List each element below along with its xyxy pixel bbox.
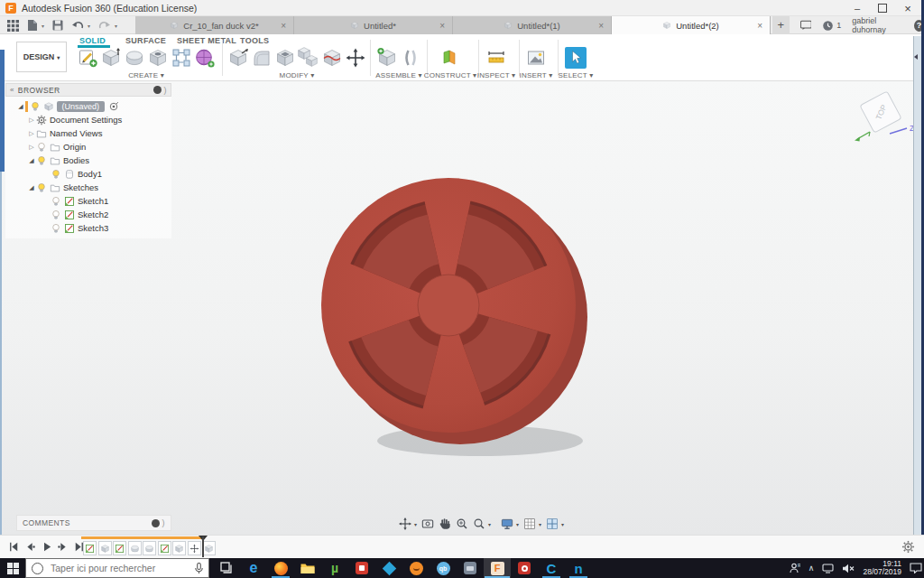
- orbit-caret[interactable]: ▾: [414, 521, 417, 527]
- timeline-marker-line[interactable]: [202, 536, 204, 557]
- tree-row-sketch1[interactable]: Sketch1: [5, 194, 171, 208]
- timeline-go-to-start-icon[interactable]: [7, 540, 21, 554]
- tree-row-origin[interactable]: ▷ Origin: [5, 140, 171, 154]
- people-tray-icon[interactable]: R: [790, 563, 800, 573]
- tree-row-sketch2[interactable]: Sketch2: [5, 208, 171, 221]
- expander-closed-icon[interactable]: ▷: [27, 130, 36, 137]
- visibility-bulb-on-icon[interactable]: [30, 101, 41, 112]
- activate-component-icon[interactable]: [108, 101, 119, 112]
- timeline-step-forward-icon[interactable]: [56, 540, 69, 554]
- file-menu-caret[interactable]: ▾: [42, 23, 44, 29]
- root-document-label[interactable]: (Unsaved): [57, 101, 106, 112]
- taskbar-app-firefox[interactable]: [267, 558, 294, 578]
- taskbar-app-qbittorrent[interactable]: qb: [430, 558, 457, 578]
- collapse-panel-icon[interactable]: «: [10, 86, 14, 94]
- save-icon[interactable]: [52, 20, 63, 31]
- timeline-feature-extrude[interactable]: [202, 541, 216, 555]
- panel-expand-arrow-icon[interactable]: [914, 54, 918, 60]
- taskbar-app-file-explorer[interactable]: [294, 558, 321, 578]
- new-component-icon[interactable]: [376, 47, 398, 69]
- viewport-canvas[interactable]: TOP Z « BROWSER ) ◢ (Unsave: [0, 81, 924, 535]
- expander-closed-icon[interactable]: ▷: [27, 144, 36, 151]
- job-status[interactable]: 1: [822, 20, 841, 32]
- display-settings-caret[interactable]: ▾: [516, 521, 519, 527]
- timeline-settings-gear-icon[interactable]: [901, 540, 915, 554]
- group-label-select[interactable]: SELECT ▾: [554, 71, 597, 79]
- tree-row-sketch3[interactable]: Sketch3: [5, 221, 171, 235]
- workspace-selector[interactable]: DESIGN ▾: [16, 42, 67, 72]
- zoom-window-icon[interactable]: [472, 517, 486, 531]
- new-tab-button[interactable]: +: [772, 16, 790, 34]
- tab-close-icon[interactable]: ×: [439, 21, 445, 31]
- group-label-inspect[interactable]: INSPECT ▾: [472, 71, 521, 79]
- look-at-icon[interactable]: [420, 517, 435, 531]
- group-label-modify[interactable]: MODIFY ▾: [226, 71, 368, 79]
- doc-tab-4-active[interactable]: Untitled*(2) ×: [612, 16, 771, 34]
- create-sketch-icon[interactable]: [77, 47, 98, 69]
- panel-handle-icon[interactable]: ): [164, 86, 167, 95]
- view-cube[interactable]: TOP Z: [846, 87, 919, 154]
- maximize-button[interactable]: [870, 0, 895, 16]
- visibility-bulb-off-icon[interactable]: [51, 210, 61, 220]
- timeline-feature-revolve[interactable]: [143, 541, 156, 555]
- ribbon-tab-solid[interactable]: SOLID: [79, 36, 106, 45]
- create-form-icon[interactable]: [194, 47, 216, 69]
- revolve-icon[interactable]: [124, 47, 145, 69]
- taskbar-search[interactable]: [25, 558, 209, 578]
- pattern-icon[interactable]: [171, 47, 192, 69]
- microphone-icon[interactable]: [195, 563, 203, 574]
- tree-row-document-settings[interactable]: ▷ Document Settings: [5, 113, 171, 126]
- visibility-bulb-off-icon[interactable]: [51, 223, 61, 234]
- tree-row-sketches[interactable]: ◢ Sketches: [5, 181, 171, 194]
- search-input[interactable]: [49, 562, 189, 574]
- redo-caret[interactable]: ▾: [115, 23, 117, 29]
- taskbar-app-orange-app[interactable]: [402, 558, 430, 578]
- display-settings-icon[interactable]: [500, 517, 514, 531]
- tree-row-bodies[interactable]: ◢ Bodies: [5, 154, 171, 167]
- grid-layout-caret[interactable]: ▾: [539, 521, 541, 527]
- file-menu-icon[interactable]: [27, 19, 38, 32]
- undo-icon[interactable]: [71, 20, 84, 31]
- taskbar-app-screen-recorder[interactable]: [511, 558, 538, 578]
- taskbar-app-utorrent[interactable]: µ: [321, 558, 348, 578]
- ribbon-tab-tools[interactable]: TOOLS: [240, 36, 269, 45]
- doc-tab-2[interactable]: Untitled* ×: [294, 16, 453, 34]
- timeline-feature-extrude[interactable]: [98, 541, 112, 555]
- data-panel-toggle-icon[interactable]: [7, 20, 19, 32]
- tray-overflow-chevron[interactable]: ∧: [808, 564, 815, 573]
- network-tray-icon[interactable]: [822, 564, 834, 573]
- grid-layout-icon[interactable]: [522, 517, 537, 531]
- taskbar-app-fusion-360[interactable]: F: [484, 558, 511, 578]
- viewports-icon[interactable]: [545, 517, 559, 531]
- extrude-icon[interactable]: [100, 47, 122, 69]
- visibility-bulb-off-icon[interactable]: [51, 196, 61, 207]
- ribbon-tab-sheet-metal[interactable]: SHEET METAL: [177, 36, 236, 45]
- timeline-feature-move[interactable]: [188, 541, 201, 555]
- timeline-feature-sketch[interactable]: [158, 541, 171, 555]
- timeline-play-icon[interactable]: [40, 540, 53, 554]
- undo-caret[interactable]: ▾: [88, 23, 90, 29]
- volume-muted-tray-icon[interactable]: [842, 564, 855, 573]
- start-button[interactable]: [0, 558, 25, 578]
- pan-icon[interactable]: [438, 517, 452, 531]
- expander-open-icon[interactable]: ◢: [16, 103, 25, 110]
- timeline-feature-revolve[interactable]: [128, 541, 142, 555]
- combine-icon[interactable]: [298, 47, 319, 69]
- expander-closed-icon[interactable]: ▷: [27, 117, 36, 124]
- close-button[interactable]: ×: [895, 0, 920, 16]
- insert-canvas-icon[interactable]: [525, 47, 547, 69]
- orbit-icon[interactable]: [398, 517, 412, 531]
- taskbar-app-n-app[interactable]: n: [565, 558, 592, 578]
- panel-options-icon[interactable]: [153, 86, 162, 94]
- browser-header[interactable]: « BROWSER ): [5, 83, 171, 97]
- tab-close-icon[interactable]: ×: [281, 21, 286, 31]
- timeline-feature-sketch[interactable]: [113, 541, 126, 555]
- feedback-icon[interactable]: [800, 20, 812, 31]
- timeline-feature-sketch[interactable]: [83, 541, 97, 555]
- taskbar-app-edge[interactable]: e: [240, 558, 267, 578]
- tree-row-named-views[interactable]: ▷ Named Views: [5, 126, 171, 140]
- viewports-caret[interactable]: ▾: [561, 521, 564, 527]
- taskbar-app-gray-app[interactable]: [457, 558, 484, 578]
- taskbar-app-cura[interactable]: C: [538, 558, 565, 578]
- tab-close-icon[interactable]: ×: [757, 21, 762, 31]
